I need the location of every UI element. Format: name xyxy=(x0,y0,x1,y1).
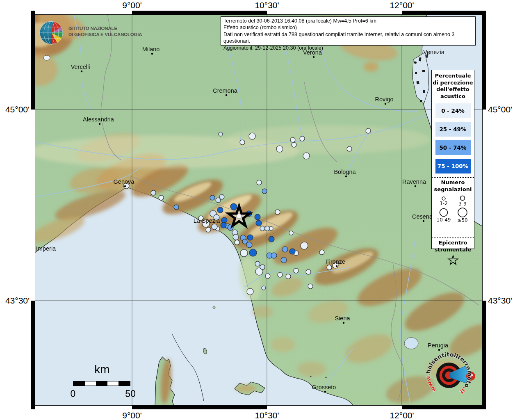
legend-divider xyxy=(432,177,474,178)
map-frame xyxy=(31,11,486,409)
axis-label-top: 9°00' xyxy=(114,0,150,10)
axis-label-top: 12°00' xyxy=(383,0,420,10)
legend-count-label: 1-2 xyxy=(440,201,448,206)
legend-perception-title: Percentuale di percezione dell'effetto a… xyxy=(432,73,474,100)
legend-count-label: 3-9 xyxy=(458,201,467,207)
title-box: Terremoto del 30-06-2013 16:40:08 (ora l… xyxy=(221,16,476,46)
legend-count-label: ≥50 xyxy=(457,217,467,223)
legend-swatch-25-49: 25 - 49% xyxy=(435,122,471,137)
title-line-1: Terremoto del 30-06-2013 16:40:08 (ora l… xyxy=(223,18,473,24)
scale-bar-start: 0 xyxy=(67,388,79,399)
legend-count-circle xyxy=(440,209,447,217)
axis-label-left: 43°30' xyxy=(1,296,30,306)
legend-divider-2 xyxy=(432,237,474,238)
axis-label-bottom: 10°30' xyxy=(248,411,285,420)
legend-star-glyph xyxy=(448,256,458,265)
legend-count-circle xyxy=(458,208,467,217)
axis-label-right: 43°30' xyxy=(488,296,515,306)
axis-label-top: 10°30' xyxy=(248,0,285,10)
scale-bar-unit: km xyxy=(66,363,139,376)
legend-swatch-75-100: 75 - 100% xyxy=(435,159,471,173)
scale-bar: km 0 50 xyxy=(66,363,139,402)
legend-count-title: Numero segnalazioni xyxy=(432,179,474,193)
earthquake-perception-map: MilanoVercelliCremonaVeronaVeneziaRovigo… xyxy=(0,0,515,420)
scale-bar-graphic xyxy=(73,381,130,386)
ingv-name-line-1: ISTITUTO NAZIONALE xyxy=(68,25,142,32)
ingv-logo: ISTITUTO NAZIONALE DI GEOFISICA E VULCAN… xyxy=(38,20,173,46)
axis-label-bottom: 12°00' xyxy=(383,411,420,420)
legend-swatch-0-24: 0 - 24% xyxy=(435,103,471,118)
legend-epicenter-title: Epicentro strumentale xyxy=(432,240,474,253)
legend-count-circle xyxy=(460,196,465,201)
scale-bar-end: 50 xyxy=(124,388,137,399)
legend-count-circle xyxy=(442,197,445,200)
ingv-globe-icon xyxy=(38,20,64,46)
title-line-4: Aggiornato il: 29-12-2025 20:30 (ora loc… xyxy=(223,45,473,51)
legend-count-label: 10-49 xyxy=(436,217,451,223)
legend-swatch-50-74: 50 - 74% xyxy=(435,140,471,155)
axis-label-left: 45°00' xyxy=(1,105,30,114)
title-line-2: Effetto acustico (rombo sismico) xyxy=(223,24,473,31)
axis-label-right: 45°00' xyxy=(488,105,515,114)
legend-epicenter-star-icon xyxy=(446,254,460,267)
legend-count-circles: 1-23-910-49≥50 xyxy=(433,193,474,234)
legend: Percentuale di percezione dell'effetto a… xyxy=(431,70,474,249)
ingv-name-line-2: DI GEOFISICA E VULCANOLOGIA xyxy=(68,32,142,38)
axis-label-bottom: 9°00' xyxy=(114,411,150,420)
title-line-3: Dati non verificati estratti da 788 ques… xyxy=(223,31,473,45)
